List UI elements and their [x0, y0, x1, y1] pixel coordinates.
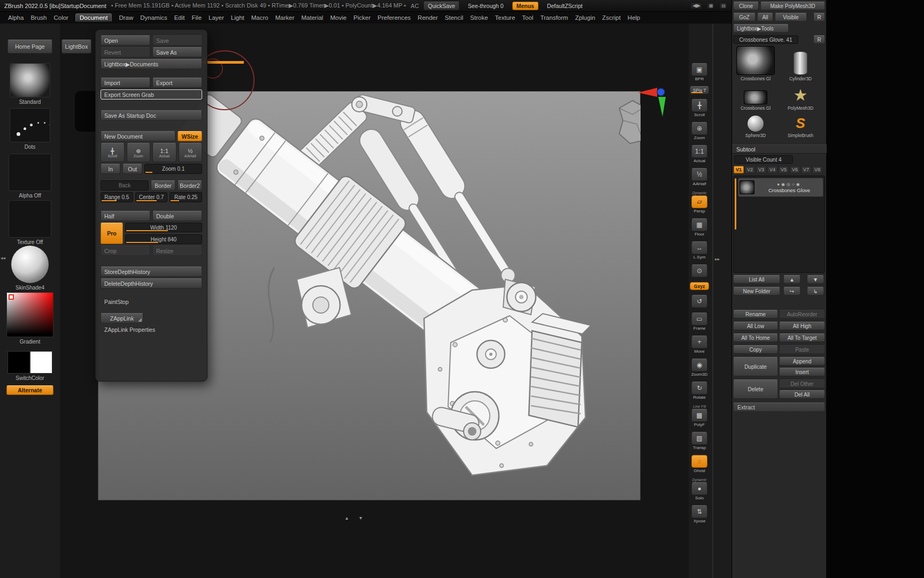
menus-togg le-button[interactable]: Menus — [512, 2, 538, 10]
open-button[interactable]: Open — [101, 35, 150, 45]
menu-item[interactable]: Tool — [522, 14, 533, 21]
tool-item[interactable]: S SimpleBrush — [788, 115, 813, 138]
menu-item[interactable]: Picker — [353, 14, 371, 21]
make-polymesh3d-button[interactable]: Make PolyMesh3D — [760, 2, 825, 10]
right-strip-item[interactable]: Dynamic ▱ Persp — [688, 191, 711, 214]
visible-count-slider[interactable]: Visible Count 4 — [734, 155, 793, 164]
move-out-folder-icon[interactable]: ↪ — [783, 287, 800, 295]
strip-item-icon[interactable]: Gxyz — [690, 282, 709, 290]
zoom-in-button[interactable]: In — [101, 164, 120, 174]
subtool-list[interactable]: ●◉◎○◉ Crossbones Glove — [733, 176, 825, 273]
paintstop-section[interactable]: PaintStop — [101, 297, 202, 307]
right-strip-item[interactable]: ▣ BPR — [688, 63, 711, 81]
menu-item[interactable]: Material — [302, 14, 324, 21]
subtool-visibility-tab[interactable]: V2 — [745, 166, 755, 173]
primary-color-swatch[interactable] — [7, 351, 30, 374]
double-button[interactable]: Double — [152, 211, 202, 221]
right-strip-item[interactable]: 1:1 Actual — [688, 145, 711, 163]
strip-item-icon[interactable]: ↻ — [691, 382, 707, 394]
width-slider[interactable]: Width 1120 — [125, 223, 202, 232]
strip-item-icon[interactable]: ⊕ — [691, 122, 707, 135]
strip-item-icon[interactable]: 1:1 — [691, 145, 707, 158]
right-strip-item[interactable]: Gxyz — [688, 282, 711, 290]
strip-item-icon[interactable]: ▩ — [691, 409, 707, 422]
menu-item[interactable]: Transform — [540, 14, 568, 21]
strip-item-icon[interactable]: ⇅ — [691, 505, 707, 518]
doc-nav-button[interactable]: 1:1 Actual — [152, 143, 176, 162]
alternate-button[interactable]: Alternate — [6, 385, 53, 395]
all-to-home-button[interactable]: All To Home — [733, 333, 778, 342]
right-strip-item[interactable]: ▭ Frame — [688, 313, 711, 331]
menu-item[interactable]: Zplugin — [575, 14, 595, 21]
insert-button[interactable]: Insert — [779, 368, 825, 376]
doc-nav-button[interactable]: ╋ Scroll — [101, 143, 125, 162]
duplicate-button[interactable]: Duplicate — [733, 357, 778, 376]
strip-item-icon[interactable]: ◌ — [691, 455, 707, 468]
tool-item[interactable]: Sphere3D — [745, 115, 766, 138]
right-strip-item[interactable]: ⊙ — [688, 264, 711, 277]
subtool-visibility-tab[interactable]: V8 — [812, 166, 822, 173]
crop-button[interactable]: Crop — [101, 246, 150, 256]
all-high-button[interactable]: All High — [779, 322, 825, 330]
keyboard-icon[interactable]: ▦ — [707, 2, 715, 9]
doc-nav-button[interactable]: ½ AAHalf — [179, 143, 203, 162]
menu-item[interactable]: Zscript — [602, 14, 621, 21]
save-as-button[interactable]: Save As — [152, 47, 202, 57]
color-picker[interactable]: Gradient — [0, 292, 60, 345]
goz-button[interactable]: GoZ — [733, 13, 756, 21]
right-strip-item[interactable]: ◌ Ghost — [688, 455, 711, 473]
lightbox-documents-button[interactable]: Lightbox▶Documents — [101, 59, 202, 69]
default-zscript-button[interactable]: DefaultZScript — [543, 2, 587, 10]
pro-toggle[interactable]: Pro — [101, 223, 123, 244]
clone-button[interactable]: Clone — [733, 2, 759, 10]
right-strip-item[interactable]: ◉ Zoom3D — [688, 359, 711, 377]
rate-slider[interactable]: Rate 0.25 — [170, 192, 202, 202]
menu-item[interactable]: Layer — [209, 14, 224, 21]
delete-depth-history-button[interactable]: DeleteDepthHistory — [101, 278, 202, 288]
current-brush-thumb[interactable]: Standard — [0, 63, 60, 105]
strip-item-icon[interactable]: ● — [691, 482, 707, 495]
current-tool-slider[interactable]: Crossbones Glove. 41 — [733, 35, 798, 44]
current-material-thumb[interactable]: SkinShade4 — [0, 246, 60, 291]
subtool-visibility-tab[interactable]: V7 — [801, 166, 811, 173]
subtool-down-button[interactable]: ▼ — [807, 275, 824, 284]
subtool-scrollbar[interactable] — [735, 178, 736, 230]
back-slider[interactable]: Back — [101, 180, 149, 191]
doc-scroll-down-icon[interactable]: ▾ — [359, 515, 362, 521]
export-button[interactable]: Export — [152, 78, 202, 88]
zapplink-button[interactable]: ZAppLink — [101, 313, 143, 323]
menu-item[interactable]: Color — [53, 14, 68, 21]
height-slider[interactable]: Height 840 — [125, 234, 202, 244]
menu-item[interactable]: Preferences — [378, 14, 411, 21]
goz-r-button[interactable]: R — [813, 13, 825, 21]
collapse-right-icon[interactable]: ▸▸ — [715, 257, 720, 261]
tool-item[interactable]: Crossbones Gl — [736, 46, 775, 81]
tool-item[interactable]: ★ PolyMesh3D — [788, 86, 813, 111]
menu-item[interactable]: Marker — [275, 14, 295, 21]
subtool-visibility-tab[interactable]: V6 — [790, 166, 800, 173]
save-button[interactable]: Save — [152, 35, 202, 45]
lightbox-button[interactable]: LightBox — [61, 40, 91, 54]
subtool-visibility-tab[interactable]: V1 — [734, 166, 744, 173]
range-slider[interactable]: Range 0.5 — [101, 192, 133, 202]
del-other-button[interactable]: Del Other — [779, 379, 825, 388]
menu-item[interactable]: Draw — [119, 14, 133, 21]
strip-item-icon[interactable]: ½ — [691, 168, 707, 181]
panel-divider[interactable] — [712, 24, 713, 578]
strip-item-icon[interactable]: ▦ — [691, 218, 707, 231]
current-stroke-thumb[interactable]: Dots — [0, 108, 60, 150]
right-strip-item[interactable]: Line Fill ▩ PolyF — [688, 405, 711, 427]
menu-item[interactable]: Document — [75, 13, 112, 22]
switch-color-control[interactable]: SwitchColor — [0, 351, 60, 381]
wsize-toggle[interactable]: WSize — [178, 131, 202, 141]
strip-item-icon[interactable]: ⊙ — [691, 264, 707, 277]
menu-item[interactable]: Dynamics — [140, 14, 167, 21]
replay-controls-icon[interactable]: ◀▮▶ — [690, 2, 702, 9]
border2-button[interactable]: Border2 — [178, 180, 202, 191]
copy-button[interactable]: Copy — [733, 345, 778, 354]
auto-reorder-button[interactable]: AutoReorder — [779, 310, 825, 318]
menu-item[interactable]: Edit — [174, 14, 185, 21]
strip-item-icon[interactable]: ▭ — [691, 313, 707, 325]
export-screen-grab-button[interactable]: Export Screen Grab — [101, 89, 202, 100]
menu-item[interactable]: Movie — [330, 14, 346, 21]
